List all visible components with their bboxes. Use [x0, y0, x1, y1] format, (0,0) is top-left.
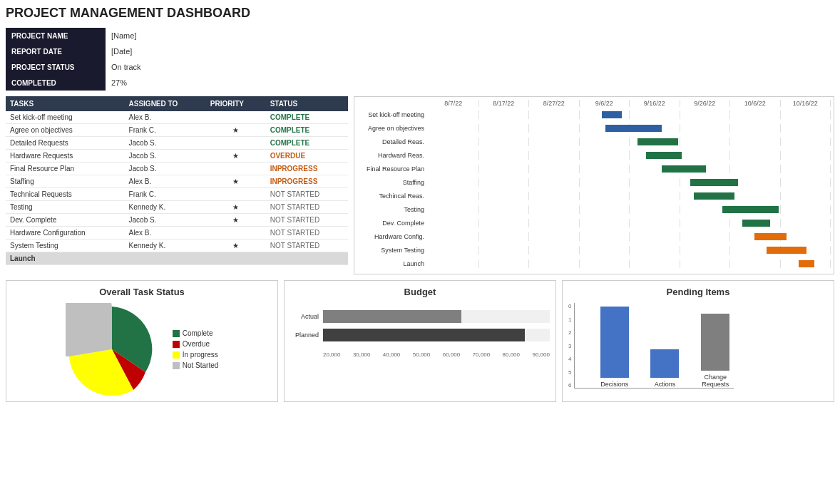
- col-status: STATUS: [266, 96, 348, 111]
- gantt-row-label: Final Resource Plan: [357, 165, 429, 173]
- bottom-section: Overall Task Status CompleteOverdueIn pr…: [6, 280, 834, 402]
- task-priority: [206, 227, 266, 240]
- task-status: NOT STARTED: [266, 214, 348, 227]
- pending-bar-label: Change Requests: [697, 374, 734, 388]
- task-priority: [206, 111, 266, 124]
- budget-bars: Actual Planned: [290, 303, 550, 349]
- task-name: Agree on objectives: [6, 124, 125, 137]
- gantt-bar: [646, 152, 682, 159]
- gantt-row-label: Hardware Config.: [357, 233, 429, 240]
- gantt-bars: [429, 232, 831, 241]
- task-assigned: [125, 252, 206, 265]
- task-priority: ★: [206, 150, 266, 163]
- gantt-row: Dev. Complete: [357, 217, 831, 230]
- tasks-table: TASKS ASSIGNED TO PRIORITY STATUS Set ki…: [6, 96, 348, 265]
- task-priority: ★: [206, 201, 266, 214]
- task-name: Technical Requests: [6, 188, 125, 201]
- task-assigned: Frank C.: [125, 188, 206, 201]
- task-name: Final Resource Plan: [6, 163, 125, 175]
- legend-dot: [173, 341, 180, 348]
- table-row: Agree on objectives Frank C. ★ COMPLETE: [6, 124, 348, 137]
- table-row: Launch: [6, 252, 348, 265]
- budget-label: Planned: [290, 331, 319, 339]
- budget-axis: 20,00030,00040,00050,00060,00070,00080,0…: [323, 351, 550, 358]
- completed-label: COMPLETED: [6, 75, 106, 91]
- table-row: System Testing Kennedy K. ★ NOT STARTED: [6, 240, 348, 252]
- gantt-bars: [429, 219, 831, 227]
- task-status: NOT STARTED: [266, 201, 348, 214]
- task-status: NOT STARTED: [266, 227, 348, 240]
- info-table: PROJECT NAME [Name] REPORT DATE [Date] P…: [6, 28, 148, 91]
- gantt-row: Hardward Reas.: [357, 149, 831, 162]
- gantt-row: Final Resource Plan: [357, 163, 831, 175]
- col-tasks: TASKS: [6, 96, 125, 111]
- pending-y-label: 0: [568, 303, 571, 309]
- table-row: Hardware Configuration Alex B. NOT START…: [6, 227, 348, 240]
- task-assigned: Kennedy K.: [125, 240, 206, 252]
- gantt-bars: [429, 192, 831, 200]
- task-priority: [206, 163, 266, 175]
- gantt-bar: [722, 206, 779, 213]
- gantt-header: 8/7/228/17/228/27/229/6/229/16/229/26/22…: [429, 100, 831, 107]
- budget-bar-container: [323, 310, 550, 323]
- legend-item: Not Started: [173, 361, 219, 369]
- task-name: Hardware Configuration: [6, 227, 125, 240]
- task-status: INPROGRESS: [266, 175, 348, 188]
- pending-bar: [701, 314, 729, 371]
- task-priority: ★: [206, 175, 266, 188]
- task-assigned: Jacob S.: [125, 150, 206, 163]
- task-status: INPROGRESS: [266, 163, 348, 175]
- task-assigned: Alex B.: [125, 175, 206, 188]
- budget-axis-label: 80,000: [503, 351, 520, 358]
- budget-axis-label: 60,000: [443, 351, 460, 358]
- gantt-rows: Set kick-off meetingAgree on objectivesD…: [357, 108, 831, 270]
- table-row: Dev. Complete Jacob S. ★ NOT STARTED: [6, 214, 348, 227]
- gantt-row-label: Techincal Reas.: [357, 192, 429, 200]
- gantt-header-col: 8/7/22: [429, 100, 479, 107]
- task-status: COMPLETE: [266, 137, 348, 150]
- task-name: Testing: [6, 201, 125, 214]
- gantt-row: Testing: [357, 203, 831, 216]
- pending-y-label: 2: [568, 329, 571, 336]
- gantt-row: System Testing: [357, 244, 831, 257]
- legend-label: In progress: [183, 351, 218, 359]
- project-status-value: On track: [106, 59, 148, 75]
- table-row: Detailed Requests Jacob S. COMPLETE: [6, 137, 348, 150]
- gantt-row-label: Dev. Complete: [357, 220, 429, 227]
- task-priority: [206, 137, 266, 150]
- legend-item: Overdue: [173, 340, 219, 348]
- gantt-row-label: Staffing: [357, 179, 429, 186]
- task-name: Hardware Requests: [6, 150, 125, 163]
- gantt-row-label: Hardward Reas.: [357, 152, 429, 159]
- task-name: Dev. Complete: [6, 214, 125, 227]
- budget-row: Planned: [290, 329, 550, 341]
- pending-title: Pending Items: [568, 287, 828, 297]
- legend-item: Complete: [173, 329, 219, 337]
- table-row: Testing Kennedy K. ★ NOT STARTED: [6, 201, 348, 214]
- legend-item: In progress: [173, 351, 219, 359]
- gantt-row: Staffing: [357, 176, 831, 189]
- gantt-row-label: Agree on objectives: [357, 125, 429, 132]
- task-priority: ★: [206, 214, 266, 227]
- legend-dot: [173, 330, 180, 337]
- task-status: NOT STARTED: [266, 240, 348, 252]
- pending-bar: [650, 349, 679, 378]
- gantt-header-col: 8/17/22: [479, 100, 530, 107]
- task-status: COMPLETE: [266, 111, 348, 124]
- task-assigned: Jacob S.: [125, 163, 206, 175]
- gantt-row-label: Launch: [357, 260, 429, 267]
- gantt-bars: [429, 178, 831, 187]
- gantt-bars: [429, 151, 831, 160]
- task-name: System Testing: [6, 240, 125, 252]
- gantt-bar: [754, 233, 787, 240]
- task-name: Set kick-off meeting: [6, 111, 125, 124]
- task-assigned: Alex B.: [125, 227, 206, 240]
- budget-axis-label: 20,000: [323, 351, 340, 358]
- gantt-bar: [690, 179, 739, 186]
- pending-bars-container: DecisionsActionsChange Requests: [574, 303, 733, 389]
- budget-bar: [323, 329, 525, 341]
- budget-axis-label: 40,000: [383, 351, 400, 358]
- budget-bar: [323, 310, 461, 323]
- task-assigned: Jacob S.: [125, 214, 206, 227]
- gantt-bars: [429, 165, 831, 173]
